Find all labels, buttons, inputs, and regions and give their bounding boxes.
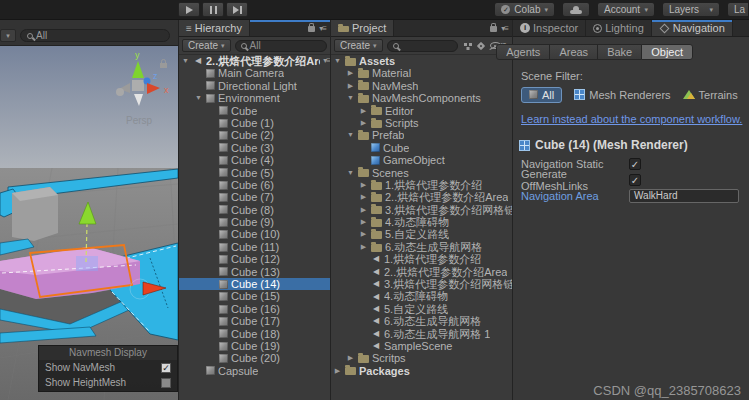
project-item-1-烘焙代理参数介绍[interactable]: ◀1.烘焙代理参数介绍 [331,253,512,265]
collab-dropdown[interactable]: ✓ Colab ▾ [494,2,555,17]
project-item-5-自定义路线[interactable]: ▶5.自定义路线 [331,228,512,240]
hierarchy-item-cube-8[interactable]: Cube (8) [179,204,330,216]
panel-menu-icon[interactable]: ▾≡ [501,24,508,33]
cloud-services-button[interactable] [562,2,590,17]
layout-dropdown[interactable]: La [727,2,749,17]
project-item-4-动态障碍物[interactable]: ◀4.动态障碍物 [331,290,512,302]
label-filter-icon[interactable] [477,41,485,49]
project-item-5-自定义路线[interactable]: ◀5.自定义路线 [331,303,512,315]
asset-store-icon[interactable] [464,43,467,46]
tab-navigation[interactable]: Navigation [652,20,733,36]
lock-icon[interactable] [490,26,497,32]
persp-label[interactable]: Persp [126,115,153,126]
lock-icon[interactable] [308,26,315,32]
hierarchy-item-cube-19[interactable]: Cube (19) [179,340,330,352]
project-item-packages[interactable]: ▶Packages [331,365,512,377]
filter-mesh-renderers[interactable]: Mesh Renderers [574,89,670,101]
project-item-6-动态生成导航网格[interactable]: ◀6.动态生成导航网格 [331,315,512,327]
foldout-icon[interactable]: ▶ [359,179,368,191]
hierarchy-item-cube-9[interactable]: Cube (9) [179,216,330,228]
foldout-icon[interactable]: ▶ [359,228,368,240]
foldout-open-icon[interactable]: ▼ [181,55,190,67]
hierarchy-item-cube-5[interactable]: Cube (5) [179,167,330,179]
filter-all[interactable]: All [521,87,562,103]
tab-project[interactable]: Project [331,20,394,36]
component-workflow-link[interactable]: Learn instead about the component workfl… [521,113,749,125]
step-button[interactable] [226,2,248,17]
gizmo-center-cube[interactable] [132,80,144,91]
foldout-icon[interactable]: ▶ [346,80,355,92]
create-dropdown[interactable]: Create ▾ [334,39,383,52]
hierarchy-item-cube[interactable]: Cube [179,105,330,117]
scene-search-input[interactable]: All [20,29,170,42]
project-item-assets[interactable]: ▼Assets [331,55,512,67]
navigation-area-dropdown[interactable]: WalkHard [629,189,739,203]
nav-tab-agents[interactable]: Agents [496,44,550,60]
hierarchy-item-cube-20[interactable]: Cube (20) [179,352,330,364]
project-item-2-烘焙代理参数介绍area[interactable]: ◀2..烘焙代理参数介绍Area [331,266,512,278]
project-item-samplescene[interactable]: ◀SampleScene [331,340,512,352]
account-dropdown[interactable]: Account ▾ [597,2,655,17]
scene-row-menu-icon[interactable]: ▾≡ [323,55,330,67]
foldout-icon[interactable]: ▶ [359,191,368,203]
foldout-icon[interactable]: ▶ [359,241,368,253]
project-item-scripts[interactable]: ▶Scripts [331,117,512,129]
tab-hierarchy[interactable]: ≡ Hierarchy [179,20,250,36]
project-search-input[interactable] [387,40,458,52]
hierarchy-item-cube-14[interactable]: Cube (14) [179,278,330,290]
project-item-scritps[interactable]: ▶Scritps [331,352,512,364]
foldout-icon[interactable]: ▶ [346,352,355,364]
hierarchy-item-cube-15[interactable]: Cube (15) [179,290,330,302]
hierarchy-item-directional-light[interactable]: Directional Light [179,80,330,92]
hierarchy-search-input[interactable]: All [235,40,327,52]
move-tool-plane-handle[interactable] [76,256,98,271]
play-button[interactable] [178,2,200,17]
foldout-icon[interactable]: ▶ [346,67,355,79]
nav-tab-object[interactable]: Object [641,44,693,60]
hierarchy-item-cube-6[interactable]: Cube (6) [179,179,330,191]
hierarchy-item-cube-13[interactable]: Cube (13) [179,266,330,278]
project-item-4-动态障碍物[interactable]: ▶4.动态障碍物 [331,216,512,228]
checkbox[interactable] [161,378,171,388]
project-item-material[interactable]: ▶Material [331,67,512,79]
nav-tab-bake[interactable]: Bake [597,44,642,60]
checkbox[interactable]: ✓ [629,174,641,186]
project-item-6-动态生成导航网格[interactable]: ▶6.动态生成导航网格 [331,241,512,253]
layers-dropdown[interactable]: Layers ▾ [662,2,720,17]
project-item-3-烘焙代理参数介绍网格链接[interactable]: ◀3.烘焙代理参数介绍网格链接 [331,278,512,290]
foldout-icon[interactable]: ▼ [346,129,355,141]
foldout-icon[interactable]: ▶ [333,365,342,377]
foldout-icon[interactable]: ▶ [359,117,368,129]
project-item-scenes[interactable]: ▼Scenes [331,167,512,179]
project-item-6-动态生成导航网格-1[interactable]: ◀6.动态生成导航网格 1 [331,328,512,340]
project-item-navmesh[interactable]: ▶NavMesh [331,80,512,92]
project-item-gameobject[interactable]: GameObject [331,154,512,166]
hierarchy-item-cube-4[interactable]: Cube (4) [179,154,330,166]
foldout-icon[interactable]: ▼ [194,92,203,104]
nav-tab-areas[interactable]: Areas [549,44,598,60]
hierarchy-scene-row[interactable]: ▼ ◀ 2..烘焙代理参数介绍Area ▾≡ [179,55,330,67]
tab-lighting[interactable]: Lighting [586,20,652,36]
hierarchy-item-environment[interactable]: ▼Environment [179,92,330,104]
gizmos-dropdown[interactable]: ▾ [0,29,16,42]
project-item-editor[interactable]: ▶Editor [331,105,512,117]
project-item-3-烘焙代理参数介绍网格链接[interactable]: ▶3.烘焙代理参数介绍网格链接 [331,204,512,216]
hierarchy-item-cube-1[interactable]: Cube (1) [179,117,330,129]
hierarchy-item-main-camera[interactable]: Main Camera [179,67,330,79]
foldout-icon[interactable]: ▼ [346,167,355,179]
checkbox[interactable]: ✓ [629,158,641,170]
project-item-cube[interactable]: Cube [331,142,512,154]
hierarchy-item-cube-12[interactable]: Cube (12) [179,253,330,265]
hierarchy-item-cube-7[interactable]: Cube (7) [179,191,330,203]
project-item-2-烘焙代理参数介绍area[interactable]: ▶2..烘焙代理参数介绍Area [331,191,512,203]
tab-inspector[interactable]: iInspector [513,20,586,36]
foldout-icon[interactable]: ▶ [359,216,368,228]
hierarchy-item-cube-17[interactable]: Cube (17) [179,315,330,327]
foldout-icon[interactable]: ▶ [359,105,368,117]
foldout-icon[interactable]: ▶ [359,204,368,216]
hierarchy-item-cube-2[interactable]: Cube (2) [179,129,330,141]
checkbox[interactable]: ✓ [161,363,171,373]
project-item-navmeshcomponents[interactable]: ▼NavMeshComponents [331,92,512,104]
gizmo-back-ball[interactable] [116,88,124,96]
foldout-icon[interactable]: ▼ [333,55,342,67]
